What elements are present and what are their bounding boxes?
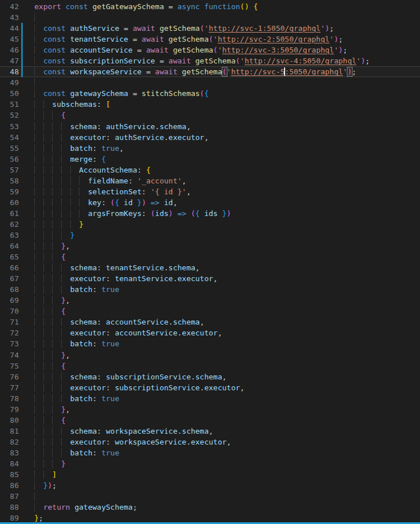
line-number[interactable]: 45 [0, 34, 19, 45]
line-number[interactable]: 87 [0, 491, 19, 502]
line-number[interactable]: 81 [0, 426, 19, 437]
code-line[interactable]: 61 argsFromKeys: (ids) => ({ ids }) [0, 208, 420, 219]
code-line[interactable]: 55 batch: true, [0, 143, 420, 154]
code-line[interactable]: 82 executor: workspaceService.executor, [0, 437, 420, 447]
code-line[interactable]: 49 [0, 77, 420, 88]
line-number[interactable]: 42 [0, 1, 19, 12]
code-token: executor [70, 329, 106, 337]
line-number[interactable]: 65 [0, 251, 19, 262]
line-number[interactable]: 55 [0, 143, 19, 154]
code-token: '{ id }' [151, 187, 187, 196]
code-line[interactable]: 78 batch: true [0, 393, 420, 404]
code-line[interactable]: 66 schema: tenantService.schema, [0, 262, 420, 273]
code-line[interactable]: 58 fieldName: '_account', [0, 175, 420, 186]
code-line[interactable]: 67 executor: tenantService.executor, [0, 273, 420, 284]
code-line[interactable]: 62 } [0, 219, 420, 230]
line-number[interactable]: 76 [0, 371, 19, 382]
code-line[interactable]: 71 schema: accountService.schema, [0, 317, 420, 327]
line-number[interactable]: 57 [0, 165, 19, 175]
code-line[interactable]: 60 key: ({ id }) => id, [0, 197, 420, 208]
code-line[interactable]: 43 [0, 12, 420, 23]
line-number[interactable]: 59 [0, 186, 19, 197]
code-line[interactable]: 46 const accountService = await getSchem… [0, 45, 420, 55]
line-number[interactable]: 49 [0, 77, 19, 88]
line-number[interactable]: 86 [0, 480, 19, 491]
line-number[interactable]: 58 [0, 175, 19, 186]
line-number[interactable]: 73 [0, 338, 19, 349]
line-number[interactable]: 71 [0, 317, 19, 327]
code-line[interactable]: 81 schema: workspaceService.schema, [0, 426, 420, 437]
code-line[interactable]: 68 batch: true [0, 284, 420, 295]
line-number[interactable]: 85 [0, 469, 19, 480]
line-number[interactable]: 88 [0, 502, 19, 513]
code-line[interactable]: 74 }, [0, 350, 420, 361]
code-text: const accountService = await getSchema('… [23, 45, 347, 55]
line-number[interactable]: 67 [0, 273, 19, 284]
line-number[interactable]: 68 [0, 284, 19, 295]
line-number[interactable]: 75 [0, 361, 19, 371]
line-number[interactable]: 84 [0, 458, 19, 469]
line-number[interactable]: 82 [0, 437, 19, 447]
code-token: } [79, 220, 83, 229]
indent-guide [52, 438, 61, 446]
code-line[interactable]: 54 executor: authService.executor, [0, 132, 420, 143]
code-line[interactable]: 76 schema: subscriptionService.schema, [0, 371, 420, 382]
line-number[interactable]: 60 [0, 197, 19, 208]
code-line[interactable]: 69 }, [0, 295, 420, 306]
line-number[interactable]: 72 [0, 327, 19, 338]
line-number[interactable]: 56 [0, 154, 19, 165]
code-line[interactable]: 42export const getGatewaySchema = async … [0, 1, 420, 12]
code-line[interactable]: 45 const tenantService = await getSchema… [0, 34, 420, 45]
line-number[interactable]: 51 [0, 99, 19, 110]
line-number[interactable]: 48 [0, 66, 19, 77]
code-line[interactable]: 83 batch: true [0, 447, 420, 458]
line-number[interactable]: 44 [0, 23, 19, 34]
line-number[interactable]: 64 [0, 241, 19, 251]
code-line[interactable]: 50 const gatewaySchema = stitchSchemas({ [0, 88, 420, 99]
code-line[interactable]: 86 }); [0, 480, 420, 491]
code-line[interactable]: 48 const workspaceService = await getSch… [0, 66, 420, 77]
code-line[interactable]: 57 AccountSchema: { [0, 165, 420, 175]
line-number[interactable]: 77 [0, 382, 19, 393]
line-number[interactable]: 54 [0, 132, 19, 143]
line-number[interactable]: 69 [0, 295, 19, 306]
code-line[interactable]: 85 ] [0, 469, 420, 480]
indent-guide [70, 209, 79, 218]
code-line[interactable]: 88 return gatewaySchema; [0, 502, 420, 513]
line-number[interactable]: 79 [0, 404, 19, 415]
line-number[interactable]: 52 [0, 110, 19, 121]
code-line[interactable]: 52 { [0, 110, 420, 121]
line-number[interactable]: 46 [0, 45, 19, 55]
code-line[interactable]: 59 selectionSet: '{ id }', [0, 186, 420, 197]
code-line[interactable]: 73 batch: true [0, 338, 420, 349]
line-number[interactable]: 50 [0, 88, 19, 99]
code-line[interactable]: 56 merge: { [0, 154, 420, 165]
code-line[interactable]: 51 subschemas: [ [0, 99, 420, 110]
line-number[interactable]: 61 [0, 208, 19, 219]
line-number[interactable]: 83 [0, 447, 19, 458]
code-line[interactable]: 63 } [0, 230, 420, 241]
line-number[interactable]: 78 [0, 393, 19, 404]
code-line[interactable]: 64 }, [0, 241, 420, 251]
line-number[interactable]: 43 [0, 12, 19, 23]
line-number[interactable]: 74 [0, 350, 19, 361]
code-line[interactable]: 47 const subscriptionService = await get… [0, 55, 420, 66]
code-line[interactable]: 75 { [0, 361, 420, 371]
code-line[interactable]: 79 }, [0, 404, 420, 415]
code-line[interactable]: 72 executor: accountService.executor, [0, 327, 420, 338]
code-line[interactable]: 84 } [0, 458, 420, 469]
code-line[interactable]: 87 [0, 491, 420, 502]
line-number[interactable]: 62 [0, 219, 19, 230]
code-line[interactable]: 70 { [0, 306, 420, 317]
line-number[interactable]: 47 [0, 55, 19, 66]
line-number[interactable]: 63 [0, 230, 19, 241]
code-line[interactable]: 53 schema: authService.schema, [0, 121, 420, 132]
line-number[interactable]: 66 [0, 262, 19, 273]
line-number[interactable]: 53 [0, 121, 19, 132]
code-line[interactable]: 80 { [0, 415, 420, 426]
code-line[interactable]: 77 executor: subscriptionService.executo… [0, 382, 420, 393]
code-line[interactable]: 65 { [0, 251, 420, 262]
line-number[interactable]: 80 [0, 415, 19, 426]
code-line[interactable]: 44 const authService = await getSchema('… [0, 23, 420, 34]
line-number[interactable]: 70 [0, 306, 19, 317]
